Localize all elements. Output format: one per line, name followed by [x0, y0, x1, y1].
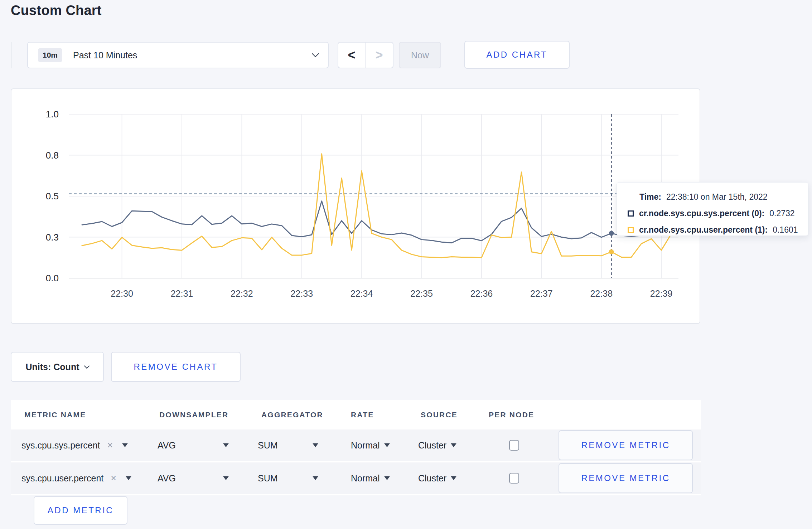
- downsampler-dropdown-arrow-icon[interactable]: [223, 443, 229, 447]
- metric-dropdown-arrow-icon[interactable]: [126, 476, 131, 480]
- rate-value: Normal: [351, 473, 380, 484]
- column-header-aggregator: AGGREGATOR: [261, 411, 323, 419]
- downsampler-select[interactable]: AVG: [158, 440, 229, 451]
- custom-chart-page: Custom Chart 10m Past 10 Minutes < > Now…: [0, 0, 812, 529]
- x-axis-tick-label: 22:30: [111, 288, 133, 299]
- rate-dropdown-arrow-icon[interactable]: [384, 443, 390, 447]
- now-button[interactable]: Now: [399, 42, 441, 68]
- units-dropdown-label: Units: Count: [26, 362, 79, 372]
- x-axis-tick-label: 22:33: [290, 288, 313, 299]
- aggregator-select[interactable]: SUM: [258, 473, 318, 484]
- remove-metric-button[interactable]: REMOVE METRIC: [559, 430, 693, 460]
- chevron-right-icon: >: [375, 48, 383, 63]
- tooltip-series-row: cr.node.sys.cpu.sys.percent (0):0.2732: [628, 206, 808, 220]
- metric-name-select[interactable]: sys.cpu.sys.percent×: [21, 440, 128, 451]
- tooltip-series-row: cr.node.sys.cpu.user.percent (1):0.1601: [628, 223, 808, 237]
- add-chart-label: ADD CHART: [486, 50, 547, 60]
- aggregator-dropdown-arrow-icon[interactable]: [313, 443, 318, 447]
- per-node-checkbox[interactable]: [509, 473, 519, 484]
- rate-select[interactable]: Normal: [351, 473, 390, 484]
- downsampler-value: AVG: [158, 440, 176, 451]
- page-title: Custom Chart: [11, 3, 102, 18]
- aggregator-value: SUM: [258, 440, 278, 451]
- x-axis-tick-label: 22:36: [470, 288, 493, 299]
- x-axis-tick-label: 22:32: [231, 288, 253, 299]
- chevron-down-icon: [84, 363, 90, 369]
- prev-range-button[interactable]: <: [338, 43, 366, 68]
- time-range-badge: 10m: [38, 48, 62, 62]
- crosshair-dot: [609, 231, 614, 236]
- series-line-user-percent: [82, 154, 671, 258]
- metric-dropdown-arrow-icon[interactable]: [122, 443, 128, 447]
- chart-hover-tooltip: Time: 22:38:10 on Mar 15th, 2022 cr.node…: [617, 182, 808, 236]
- x-axis-tick-label: 22:39: [650, 288, 673, 299]
- tooltip-time-value: 22:38:10 on Mar 15th, 2022: [666, 192, 768, 202]
- column-header-rate: RATE: [351, 411, 374, 419]
- source-dropdown-arrow-icon[interactable]: [451, 443, 456, 447]
- metrics-table-header: METRIC NAMEDOWNSAMPLERAGGREGATORRATESOUR…: [11, 400, 701, 429]
- next-range-button[interactable]: >: [366, 43, 393, 68]
- units-dropdown[interactable]: Units: Count: [11, 352, 104, 382]
- x-axis-tick-label: 22:38: [590, 288, 613, 299]
- chart-card: 0.00.30.50.81.022:3022:3122:3222:3322:34…: [11, 88, 700, 324]
- tooltip-time-row: Time: 22:38:10 on Mar 15th, 2022: [639, 190, 808, 204]
- tooltip-time-label: Time:: [639, 192, 661, 202]
- per-node-checkbox[interactable]: [509, 440, 519, 451]
- y-axis-tick-label: 0.5: [46, 191, 59, 202]
- metric-name-value: sys.cpu.sys.percent: [21, 440, 100, 451]
- crosshair-dot: [609, 249, 614, 254]
- rate-value: Normal: [351, 440, 380, 451]
- y-axis-tick-label: 0.3: [46, 232, 59, 243]
- downsampler-dropdown-arrow-icon[interactable]: [223, 476, 229, 480]
- add-metric-label: ADD METRIC: [48, 505, 113, 515]
- column-header-per-node: PER NODE: [489, 411, 534, 419]
- metric-row: sys.cpu.sys.percent×AVGSUMNormalClusterR…: [11, 429, 701, 461]
- aggregator-select[interactable]: SUM: [258, 440, 318, 451]
- clear-metric-icon[interactable]: ×: [107, 440, 113, 451]
- metric-row: sys.cpu.user.percent×AVGSUMNormalCluster…: [11, 462, 701, 494]
- x-axis-tick-label: 22:31: [171, 288, 193, 299]
- series-user-legend-square-icon: [628, 227, 634, 233]
- downsampler-select[interactable]: AVG: [158, 473, 229, 484]
- source-value: Cluster: [418, 440, 446, 451]
- add-metric-button[interactable]: ADD METRIC: [34, 496, 127, 525]
- x-axis-tick-label: 22:35: [410, 288, 433, 299]
- tooltip-series-value: 0.2732: [769, 209, 794, 218]
- metric-name-select[interactable]: sys.cpu.user.percent×: [21, 473, 131, 484]
- tooltip-series-value: 0.1601: [773, 225, 798, 235]
- column-header-source: SOURCE: [421, 411, 458, 419]
- chevron-down-icon: [312, 50, 319, 57]
- time-range-nav: < >: [338, 42, 393, 68]
- remove-metric-button[interactable]: REMOVE METRIC: [559, 463, 693, 493]
- metrics-table: METRIC NAMEDOWNSAMPLERAGGREGATORRATESOUR…: [11, 400, 701, 495]
- metric-name-value: sys.cpu.user.percent: [21, 473, 103, 484]
- x-axis-tick-label: 22:37: [530, 288, 553, 299]
- downsampler-value: AVG: [158, 473, 176, 484]
- series-line-sys-percent: [82, 201, 671, 243]
- clear-metric-icon[interactable]: ×: [111, 473, 116, 484]
- chevron-left-icon: <: [348, 48, 355, 63]
- time-range-dropdown[interactable]: 10m Past 10 Minutes: [27, 42, 329, 68]
- source-dropdown-arrow-icon[interactable]: [451, 476, 456, 480]
- aggregator-dropdown-arrow-icon[interactable]: [313, 476, 318, 480]
- rate-select[interactable]: Normal: [351, 440, 390, 451]
- y-axis-tick-label: 1.0: [46, 109, 59, 120]
- tooltip-series-label: cr.node.sys.cpu.user.percent (1):: [639, 225, 768, 235]
- time-range-label: Past 10 Minutes: [73, 50, 137, 60]
- remove-chart-button[interactable]: REMOVE CHART: [111, 352, 241, 382]
- tooltip-series-label: cr.node.sys.cpu.sys.percent (0):: [639, 209, 764, 218]
- y-axis-tick-label: 0.0: [46, 273, 59, 283]
- column-header-metric-name: METRIC NAME: [24, 411, 86, 419]
- rate-dropdown-arrow-icon[interactable]: [384, 476, 390, 480]
- now-button-label: Now: [411, 50, 429, 60]
- y-axis-tick-label: 0.8: [46, 150, 59, 161]
- remove-chart-label: REMOVE CHART: [134, 362, 218, 372]
- series-sys-legend-square-icon: [628, 210, 634, 217]
- aggregator-value: SUM: [258, 473, 278, 484]
- column-header-downsampler: DOWNSAMPLER: [159, 411, 228, 419]
- x-axis-tick-label: 22:34: [351, 288, 373, 299]
- source-select[interactable]: Cluster: [418, 473, 456, 484]
- timeseries-chart[interactable]: 0.00.30.50.81.022:3022:3122:3222:3322:34…: [11, 89, 700, 323]
- source-select[interactable]: Cluster: [418, 440, 456, 451]
- add-chart-button[interactable]: ADD CHART: [464, 41, 570, 69]
